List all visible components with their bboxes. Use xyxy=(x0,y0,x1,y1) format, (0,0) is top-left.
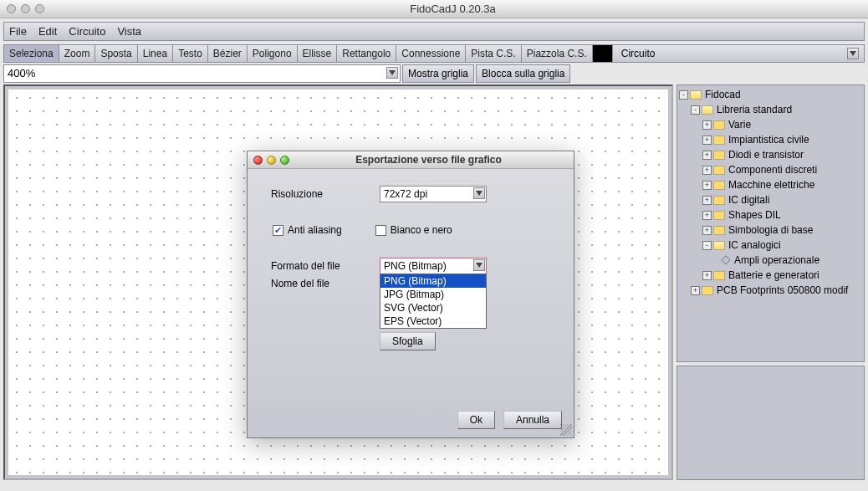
preview-panel xyxy=(677,366,865,480)
tree-item-simbologia[interactable]: +Simbologia di base xyxy=(679,222,862,238)
folder-icon xyxy=(713,271,725,280)
tree-pcb-footprints[interactable]: +PCB Footprints 050800 modif xyxy=(679,283,862,298)
dialog-title: Esportazione verso file grafico xyxy=(289,154,568,166)
expand-icon[interactable]: + xyxy=(702,166,712,175)
checkbox-icon xyxy=(375,225,386,236)
tool-seleziona[interactable]: Seleziona xyxy=(4,45,59,62)
blackwhite-checkbox[interactable]: Bianco e nero xyxy=(375,224,452,236)
folder-icon xyxy=(713,226,725,235)
tree-item-componenti[interactable]: +Componenti discreti xyxy=(679,162,862,177)
expand-icon[interactable]: + xyxy=(702,211,712,220)
filename-label: Nome del file xyxy=(271,278,380,289)
expand-icon[interactable]: + xyxy=(702,120,712,130)
folder-icon xyxy=(713,166,725,175)
layer-dropdown[interactable]: Circuito xyxy=(613,45,864,62)
expand-icon[interactable]: + xyxy=(702,136,712,145)
format-option-svg[interactable]: SVG (Vector) xyxy=(380,301,486,315)
zoom-value: 400% xyxy=(8,67,35,79)
tool-pista-cs[interactable]: Pista C.S. xyxy=(466,45,521,62)
expand-icon[interactable]: + xyxy=(691,286,700,295)
minimize-window-icon[interactable] xyxy=(21,4,30,13)
tool-zoom[interactable]: Zoom xyxy=(59,45,96,62)
minimize-icon[interactable] xyxy=(267,156,276,165)
chevron-down-icon xyxy=(473,187,485,199)
resolution-select[interactable]: 72x72 dpi xyxy=(380,186,487,202)
tool-piazzola-cs[interactable]: Piazzola C.S. xyxy=(522,45,593,62)
tree-libreria-standard[interactable]: -Libreria standard xyxy=(679,102,862,117)
window-title: FidoCadJ 0.20.3a xyxy=(44,3,861,15)
expand-icon[interactable]: + xyxy=(702,181,712,190)
tree-item-batterie[interactable]: +Batterie e generatori xyxy=(679,268,862,283)
color-swatch[interactable] xyxy=(593,45,613,62)
menu-edit[interactable]: Edit xyxy=(38,25,57,38)
cancel-button[interactable]: Annulla xyxy=(503,411,562,429)
tool-linea[interactable]: Linea xyxy=(138,45,173,62)
format-option-eps[interactable]: EPS (Vector) xyxy=(380,315,486,328)
right-panel: -Fidocad -Libreria standard +Varie +Impi… xyxy=(677,84,865,480)
zoom-icon[interactable] xyxy=(280,156,289,165)
folder-icon xyxy=(690,90,702,100)
layer-dropdown-label: Circuito xyxy=(621,48,656,59)
tool-rettangolo[interactable]: Rettangolo xyxy=(337,45,396,62)
folder-icon xyxy=(702,105,713,115)
tree-item-diodi[interactable]: +Diodi e transistor xyxy=(679,147,862,162)
chevron-down-icon xyxy=(473,259,485,271)
tool-poligono[interactable]: Poligono xyxy=(248,45,298,62)
tree-item-ic-digitali[interactable]: +IC digitali xyxy=(679,192,862,207)
tree-leaf-ampli[interactable]: Ampli operazionale xyxy=(679,253,862,268)
chevron-down-icon xyxy=(847,48,859,59)
folder-icon xyxy=(713,241,725,250)
snap-grid-button[interactable]: Blocca sulla griglia xyxy=(476,64,570,83)
tool-sposta[interactable]: Sposta xyxy=(95,45,137,62)
tool-ellisse[interactable]: Ellisse xyxy=(298,45,338,62)
expand-icon[interactable]: + xyxy=(702,196,712,205)
library-tree[interactable]: -Fidocad -Libreria standard +Varie +Impi… xyxy=(677,84,865,362)
menu-circuito[interactable]: Circuito xyxy=(69,25,105,38)
close-window-icon[interactable] xyxy=(7,4,16,13)
menu-vista[interactable]: Vista xyxy=(117,25,141,38)
antialias-checkbox[interactable]: Anti aliasing xyxy=(273,224,342,236)
traffic-lights xyxy=(7,4,44,13)
window-titlebar: FidoCadJ 0.20.3a xyxy=(0,0,868,18)
zoom-input[interactable]: 400% xyxy=(3,64,401,83)
collapse-icon[interactable]: - xyxy=(691,105,700,115)
menu-bar: File Edit Circuito Vista xyxy=(3,22,865,41)
folder-icon xyxy=(702,286,713,295)
tool-connessione[interactable]: Connessione xyxy=(396,45,466,62)
collapse-icon[interactable]: - xyxy=(702,241,712,250)
zoom-window-icon[interactable] xyxy=(35,4,44,13)
folder-icon xyxy=(713,211,725,220)
resize-grip-icon[interactable] xyxy=(560,424,572,436)
format-option-png[interactable]: PNG (Bitmap) xyxy=(380,274,486,288)
folder-icon xyxy=(713,181,725,190)
expand-icon[interactable]: + xyxy=(702,271,712,280)
tool-bezier[interactable]: Bézier xyxy=(208,45,248,62)
dialog-traffic-lights xyxy=(253,156,289,165)
menu-file[interactable]: File xyxy=(9,25,27,38)
tree-item-impiantistica[interactable]: +Impiantistica civile xyxy=(679,132,862,147)
tree-root[interactable]: -Fidocad xyxy=(679,87,862,102)
tree-item-macchine[interactable]: +Macchine elettriche xyxy=(679,177,862,192)
secondary-toolbar: 400% Mostra griglia Blocca sulla griglia xyxy=(3,64,865,83)
close-icon[interactable] xyxy=(253,156,263,165)
folder-icon xyxy=(713,151,725,160)
folder-icon xyxy=(713,120,725,130)
folder-icon xyxy=(713,136,725,145)
browse-button[interactable]: Sfoglia xyxy=(380,332,436,350)
tree-item-ic-analogici[interactable]: -IC analogici xyxy=(679,238,862,253)
show-grid-button[interactable]: Mostra griglia xyxy=(402,64,474,83)
tool-testo[interactable]: Testo xyxy=(173,45,208,62)
collapse-icon[interactable]: - xyxy=(679,90,688,100)
format-option-jpg[interactable]: JPG (Bitmap) xyxy=(380,288,486,301)
dialog-titlebar[interactable]: Esportazione verso file grafico xyxy=(248,151,574,169)
tree-item-shapes-dil[interactable]: +Shapes DIL xyxy=(679,207,862,222)
format-select[interactable]: PNG (Bitmap) xyxy=(380,258,487,274)
chevron-down-icon xyxy=(386,67,398,79)
expand-icon[interactable]: + xyxy=(702,226,712,235)
export-dialog: Esportazione verso file grafico Risoluzi… xyxy=(247,151,574,438)
tool-toolbar: Seleziona Zoom Sposta Linea Testo Bézier… xyxy=(3,44,865,63)
tree-item-varie[interactable]: +Varie xyxy=(679,117,862,132)
expand-icon[interactable]: + xyxy=(702,151,712,160)
ok-button[interactable]: Ok xyxy=(457,411,495,429)
format-label: Formato del file xyxy=(271,260,380,272)
